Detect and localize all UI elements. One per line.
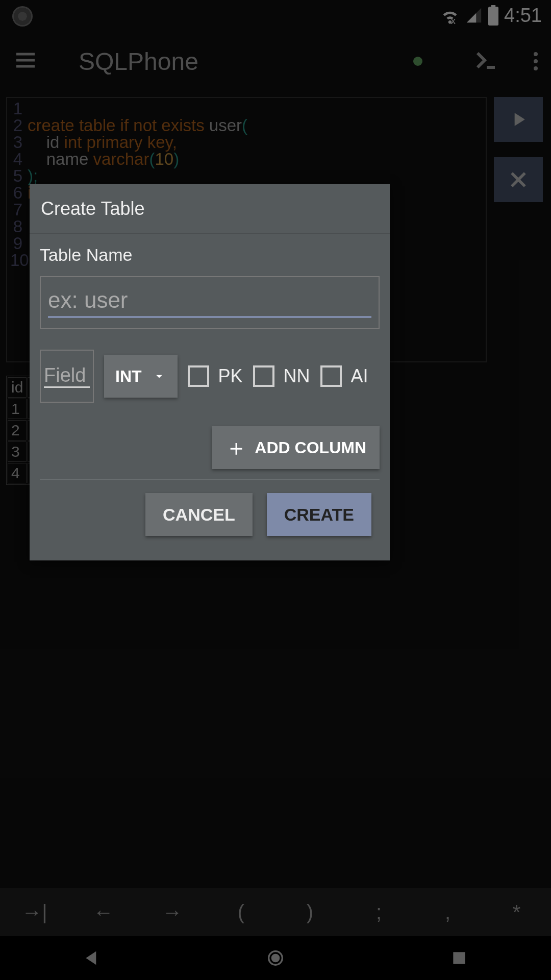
dialog-title: Create Table xyxy=(30,184,390,234)
cancel-button[interactable]: CANCEL xyxy=(145,493,253,536)
column-type-value: INT xyxy=(115,367,142,386)
create-table-dialog: Create Table Table Name INT PK xyxy=(30,184,390,560)
add-column-label: ADD COLUMN xyxy=(255,438,366,457)
add-column-button[interactable]: ＋ ADD COLUMN xyxy=(212,426,380,469)
table-name-label: Table Name xyxy=(40,245,380,265)
nn-label: NN xyxy=(284,365,310,387)
chevron-down-icon xyxy=(152,369,166,383)
pk-checkbox[interactable] xyxy=(188,365,209,387)
ai-checkbox[interactable] xyxy=(320,365,342,387)
column-name-input-wrap[interactable] xyxy=(40,350,94,403)
ai-label: AI xyxy=(351,365,368,387)
column-definition-row: INT PK NN AI xyxy=(40,350,380,403)
table-name-input[interactable] xyxy=(48,287,371,318)
pk-label: PK xyxy=(218,365,243,387)
table-name-input-wrap[interactable] xyxy=(40,276,380,329)
nn-checkbox[interactable] xyxy=(253,365,274,387)
create-button[interactable]: CREATE xyxy=(267,493,371,536)
column-name-input[interactable] xyxy=(44,364,90,388)
column-type-select[interactable]: INT xyxy=(104,355,178,398)
